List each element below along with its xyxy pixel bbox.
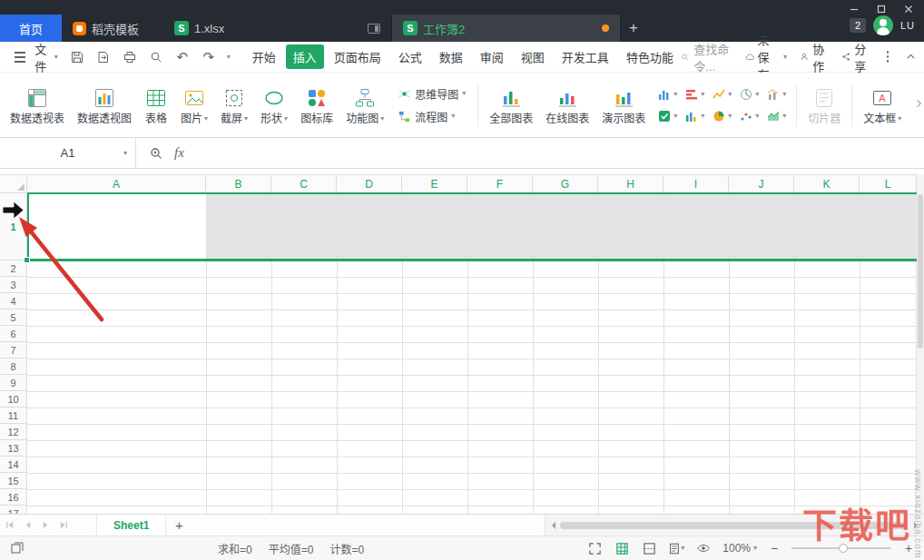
- tab-document-2[interactable]: 工作簿2: [392, 15, 621, 42]
- row-header-5[interactable]: 5: [0, 309, 27, 326]
- row-header-4[interactable]: 4: [0, 293, 27, 309]
- row-header-13[interactable]: 13: [0, 440, 27, 457]
- column-header-K[interactable]: K: [794, 175, 860, 193]
- last-sheet-button[interactable]: [54, 515, 73, 535]
- previous-sheet-button[interactable]: [18, 515, 36, 535]
- menu-item-3[interactable]: 公式: [391, 44, 429, 69]
- page-layout-view-button[interactable]: [668, 540, 684, 556]
- mini-scatter-chart-button[interactable]: [739, 109, 759, 123]
- column-header-G[interactable]: G: [533, 175, 598, 193]
- collaborate-button[interactable]: 协作: [800, 40, 829, 74]
- hamburger-menu-icon[interactable]: [15, 56, 25, 58]
- ribbon-screenshot[interactable]: 截屏: [214, 83, 254, 128]
- next-sheet-button[interactable]: [36, 515, 54, 535]
- insert-function-button[interactable]: fx: [174, 145, 184, 161]
- sheet-manager-button[interactable]: [9, 540, 25, 556]
- row-header-8[interactable]: 8: [0, 359, 27, 375]
- row-header-3[interactable]: 3: [0, 277, 27, 293]
- row-header-14[interactable]: 14: [0, 457, 27, 473]
- selection-fill-handle[interactable]: [24, 257, 30, 263]
- search-function-icon[interactable]: [149, 146, 163, 161]
- checkbox-control-button[interactable]: [657, 109, 677, 123]
- ribbon-picture[interactable]: 图片: [174, 83, 214, 128]
- normal-view-button[interactable]: [614, 540, 630, 556]
- column-header-B[interactable]: B: [206, 175, 271, 193]
- ribbon-flowchart[interactable]: 流程图: [398, 109, 466, 124]
- new-tab-button[interactable]: [621, 15, 646, 42]
- row-header-7[interactable]: 7: [0, 342, 27, 359]
- column-header-J[interactable]: J: [729, 175, 794, 193]
- first-sheet-button[interactable]: [0, 515, 18, 535]
- ribbon-online-charts[interactable]: 在线图表: [539, 83, 595, 128]
- zoom-in-button[interactable]: [902, 541, 915, 555]
- undo-button[interactable]: [174, 49, 191, 65]
- mini-histogram-chart-button[interactable]: [657, 87, 677, 102]
- ribbon-mind-map[interactable]: 思维导图: [398, 86, 466, 102]
- spreadsheet-grid[interactable]: ABCDEFGHIJKL1234567891011121314151617: [0, 174, 917, 514]
- ribbon-pivot-chart[interactable]: 数据透视图: [71, 83, 138, 128]
- add-sheet-button[interactable]: [166, 517, 192, 533]
- column-header-A[interactable]: A: [27, 175, 206, 193]
- mini-radar-chart-button[interactable]: [739, 87, 759, 102]
- save-button[interactable]: [69, 49, 85, 65]
- search-command-box[interactable]: 查找命令...: [681, 40, 732, 74]
- ribbon-demo-charts[interactable]: 演示图表: [595, 83, 652, 128]
- ribbon-shapes[interactable]: 形状: [254, 83, 294, 128]
- menu-item-1[interactable]: 插入: [286, 44, 324, 69]
- select-all-corner[interactable]: [0, 175, 27, 193]
- ribbon-all-charts[interactable]: 全部图表: [483, 83, 539, 128]
- ribbon-table[interactable]: 表格: [138, 83, 174, 128]
- tab-docer-templates[interactable]: 稻壳模板: [62, 15, 163, 42]
- horizontal-scrollbar-thumb[interactable]: [560, 522, 908, 529]
- ribbon-slicer[interactable]: 切片器: [801, 83, 847, 128]
- export-button[interactable]: [95, 49, 112, 65]
- share-button[interactable]: 分享: [841, 40, 870, 74]
- scroll-right-icon[interactable]: [914, 522, 921, 529]
- vertical-scrollbar-thumb[interactable]: [918, 194, 923, 349]
- row-header-15[interactable]: 15: [0, 473, 27, 489]
- tab-document-1[interactable]: 1.xlsx: [163, 15, 392, 42]
- zoom-slider[interactable]: [791, 547, 891, 549]
- redo-button[interactable]: [201, 49, 217, 65]
- cell-A1[interactable]: [27, 193, 206, 260]
- column-header-E[interactable]: E: [402, 175, 467, 193]
- row-header-16[interactable]: 16: [0, 489, 27, 506]
- row-header-10[interactable]: 10: [0, 391, 27, 408]
- ribbon-function-chart[interactable]: 功能图: [339, 83, 390, 128]
- zoom-out-button[interactable]: [768, 541, 781, 555]
- menu-item-5[interactable]: 审阅: [473, 44, 511, 69]
- mini-pie-chart-button[interactable]: [712, 109, 732, 123]
- vertical-scrollbar[interactable]: [917, 174, 924, 514]
- page-break-view-button[interactable]: [641, 540, 657, 556]
- tab-home[interactable]: 首页: [0, 15, 62, 42]
- row-header-6[interactable]: 6: [0, 326, 27, 342]
- column-header-D[interactable]: D: [337, 175, 402, 193]
- sheet-tab-sheet1[interactable]: Sheet1: [96, 515, 166, 535]
- row-header-11[interactable]: 11: [0, 408, 27, 424]
- zoom-level-button[interactable]: 100%: [722, 542, 757, 555]
- ribbon-text-box[interactable]: A 文本框: [857, 83, 908, 128]
- more-options-icon[interactable]: [887, 55, 889, 58]
- mini-column-chart-button[interactable]: [684, 109, 704, 123]
- print-button[interactable]: [122, 49, 138, 65]
- row-header-17[interactable]: 17: [0, 506, 27, 514]
- print-preview-button[interactable]: [148, 49, 164, 65]
- quick-access-more-icon[interactable]: [227, 54, 231, 61]
- menu-item-7[interactable]: 开发工具: [555, 44, 616, 69]
- column-header-C[interactable]: C: [271, 175, 337, 193]
- row-header-1[interactable]: 1: [0, 193, 27, 260]
- formula-input[interactable]: [197, 138, 924, 168]
- mini-area-chart-button[interactable]: [766, 109, 786, 123]
- column-header-H[interactable]: H: [598, 175, 664, 193]
- zoom-slider-thumb[interactable]: [839, 544, 848, 553]
- menu-item-0[interactable]: 开始: [245, 44, 283, 69]
- name-box[interactable]: A1: [0, 138, 136, 168]
- file-menu[interactable]: 文件: [34, 40, 57, 74]
- menu-item-6[interactable]: 视图: [514, 44, 552, 69]
- scroll-left-icon[interactable]: [548, 522, 555, 529]
- column-header-I[interactable]: I: [664, 175, 729, 193]
- ribbon-scroll-right-button[interactable]: [908, 98, 924, 112]
- horizontal-scrollbar-track[interactable]: [558, 522, 911, 529]
- menu-item-8[interactable]: 特色功能: [619, 44, 681, 69]
- horizontal-scrollbar[interactable]: [545, 515, 924, 535]
